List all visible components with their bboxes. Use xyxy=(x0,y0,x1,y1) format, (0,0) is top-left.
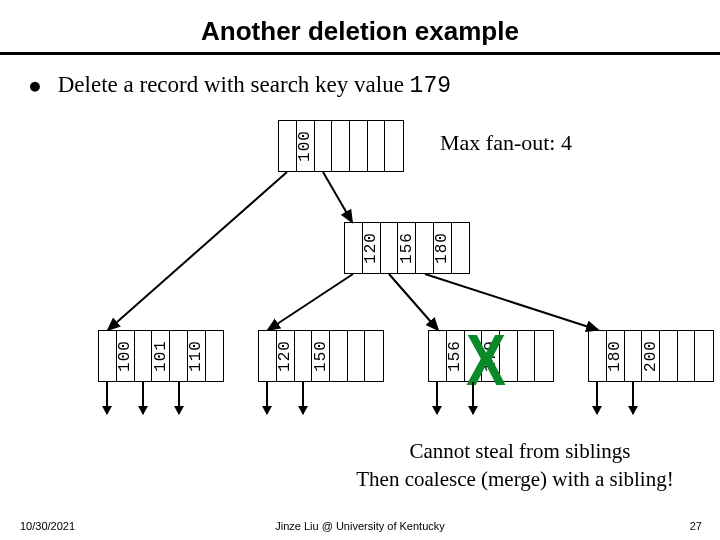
key-cell: 100 xyxy=(297,121,315,171)
svg-line-4 xyxy=(425,274,598,330)
key-cell xyxy=(368,121,386,171)
key-cell: 100 xyxy=(117,331,135,381)
pointer-cell xyxy=(279,121,297,171)
pointer-cell xyxy=(295,331,313,381)
key-cell: 110 xyxy=(188,331,206,381)
data-pointer-arrow xyxy=(596,382,598,414)
data-pointer-arrow xyxy=(436,382,438,414)
svg-line-3 xyxy=(389,274,438,330)
bullet-icon: ● xyxy=(28,72,52,99)
leaf-node: 100 101 110 xyxy=(98,330,224,382)
pointer-cell xyxy=(135,331,153,381)
data-pointer-arrow xyxy=(142,382,144,414)
pointer-cell xyxy=(535,331,553,381)
key-cell: 150 xyxy=(312,331,330,381)
pointer-cell xyxy=(206,331,223,381)
pointer-cell xyxy=(625,331,643,381)
root-node: 100 xyxy=(278,120,404,172)
bullet-row: ● Delete a record with search key value … xyxy=(28,72,688,99)
data-pointer-arrow xyxy=(106,382,108,414)
bullet-key: 179 xyxy=(410,73,451,99)
pointer-cell xyxy=(429,331,447,381)
svg-line-1 xyxy=(323,172,352,222)
bullet-text: Delete a record with search key value xyxy=(58,72,410,97)
data-pointer-arrow xyxy=(178,382,180,414)
data-pointer-arrow xyxy=(266,382,268,414)
key-cell xyxy=(518,331,536,381)
pointer-cell xyxy=(381,223,399,273)
pointer-cell xyxy=(695,331,713,381)
leaf-node: 180 200 xyxy=(588,330,714,382)
pointer-cell xyxy=(452,223,469,273)
pointer-cell xyxy=(330,331,348,381)
key-cell xyxy=(332,121,350,171)
leaf-node: 120 150 xyxy=(258,330,384,382)
pointer-cell xyxy=(170,331,188,381)
pointer-cell xyxy=(660,331,678,381)
key-cell xyxy=(348,331,366,381)
footer-page: 27 xyxy=(690,520,702,532)
key-cell: 200 xyxy=(642,331,660,381)
title-divider xyxy=(0,52,720,55)
internal-node: 120 156 180 xyxy=(344,222,470,274)
pointer-cell xyxy=(345,223,363,273)
key-cell: 120 xyxy=(363,223,381,273)
pointer-cell xyxy=(350,121,368,171)
data-pointer-arrow xyxy=(302,382,304,414)
key-cell xyxy=(678,331,696,381)
pointer-cell xyxy=(589,331,607,381)
annotation-line2: Then coalesce (merge) with a sibling! xyxy=(300,466,720,492)
data-pointer-arrow xyxy=(632,382,634,414)
svg-line-0 xyxy=(108,172,287,330)
key-cell: 120 xyxy=(277,331,295,381)
pointer-cell xyxy=(385,121,403,171)
key-cell: 156 xyxy=(398,223,416,273)
pointer-cell xyxy=(99,331,117,381)
pointer-cell xyxy=(365,331,383,381)
svg-line-2 xyxy=(268,274,353,330)
key-cell: 180 xyxy=(434,223,452,273)
key-cell: 156 xyxy=(447,331,465,381)
annotation-line1: Cannot steal from siblings xyxy=(320,438,720,464)
fanout-label: Max fan-out: 4 xyxy=(440,130,572,156)
key-cell: 101 xyxy=(152,331,170,381)
key-cell: 180 xyxy=(607,331,625,381)
pointer-cell xyxy=(259,331,277,381)
pointer-cell xyxy=(315,121,333,171)
page-title: Another deletion example xyxy=(0,16,720,47)
footer-credit: Jinze Liu @ University of Kentucky xyxy=(0,520,720,532)
data-pointer-arrow xyxy=(472,382,474,414)
pointer-cell xyxy=(416,223,434,273)
